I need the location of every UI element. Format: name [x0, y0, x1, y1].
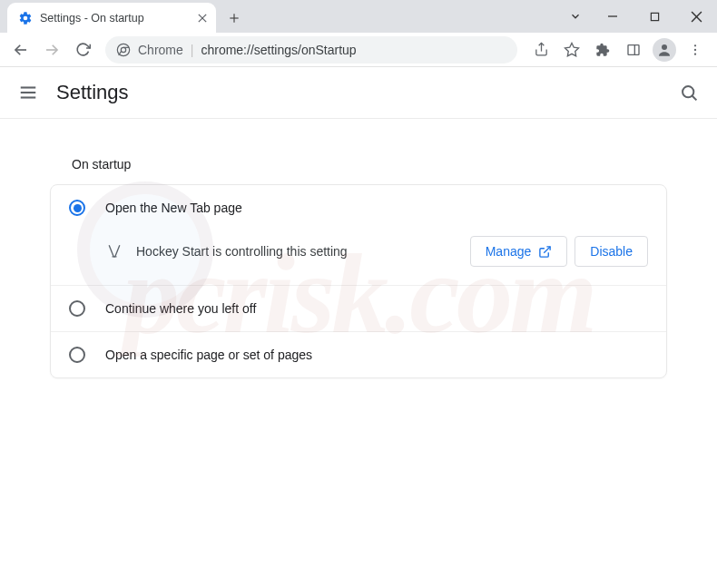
svg-rect-17 [628, 44, 639, 54]
svg-point-11 [121, 47, 125, 52]
option-label: Open the New Tab page [105, 201, 242, 215]
gear-icon [18, 11, 33, 25]
browser-toolbar: Chrome | chrome://settings/onStartup [0, 33, 717, 67]
option-label: Continue where you left off [105, 301, 256, 316]
radio-checked-icon [69, 200, 85, 216]
chrome-logo-icon [116, 43, 131, 57]
disable-label: Disable [590, 244, 633, 259]
svg-marker-16 [565, 43, 579, 55]
bookmark-star-icon[interactable] [557, 36, 586, 64]
url-path: chrome://settings/onStartup [201, 43, 356, 57]
url-divider: | [191, 43, 194, 57]
tab-search-chevron-icon[interactable] [559, 0, 592, 33]
avatar [653, 38, 676, 62]
manage-button[interactable]: Manage [470, 236, 568, 267]
address-bar[interactable]: Chrome | chrome://settings/onStartup [105, 36, 517, 64]
svg-point-21 [694, 48, 696, 50]
disable-button[interactable]: Disable [575, 236, 648, 267]
window-controls [559, 0, 717, 33]
svg-point-22 [694, 53, 696, 54]
share-icon[interactable] [526, 36, 555, 64]
svg-rect-1 [651, 13, 658, 20]
svg-point-19 [662, 44, 667, 50]
radio-unchecked-icon [69, 300, 85, 317]
svg-line-27 [692, 95, 697, 100]
window-minimize-button[interactable] [592, 0, 634, 33]
search-icon[interactable] [680, 83, 699, 103]
kebab-menu-icon[interactable] [681, 36, 710, 64]
window-maximize-button[interactable] [634, 0, 675, 33]
browser-tab[interactable]: Settings - On startup [7, 3, 216, 33]
svg-line-29 [115, 245, 120, 257]
option-continue[interactable]: Continue where you left off [51, 286, 666, 331]
hockey-sticks-icon [105, 242, 123, 260]
svg-point-20 [694, 44, 696, 46]
side-panel-icon[interactable] [619, 36, 648, 64]
open-external-icon [538, 245, 552, 259]
reload-button[interactable] [69, 36, 96, 64]
svg-line-28 [109, 245, 113, 257]
svg-point-26 [683, 86, 693, 97]
page-title: Settings [56, 81, 129, 104]
window-close-button[interactable] [675, 0, 717, 33]
option-new-tab[interactable]: Open the New Tab page [51, 185, 666, 230]
new-tab-button[interactable] [221, 5, 247, 31]
profile-avatar[interactable] [650, 36, 679, 64]
settings-content: On startup Open the New Tab page Hockey … [0, 119, 717, 400]
section-title: On startup [50, 141, 667, 184]
option-label: Open a specific page or set of pages [105, 348, 312, 362]
close-tab-icon[interactable] [198, 14, 207, 23]
forward-button[interactable] [38, 36, 65, 64]
manage-label: Manage [486, 244, 532, 259]
back-button[interactable] [7, 36, 34, 64]
extension-notice: Hockey Start is controlling this setting… [51, 230, 666, 285]
option-specific-pages[interactable]: Open a specific page or set of pages [51, 332, 666, 377]
radio-unchecked-icon [69, 347, 85, 363]
extension-notice-text: Hockey Start is controlling this setting [136, 244, 457, 259]
settings-header: Settings [0, 67, 717, 119]
startup-card: Open the New Tab page Hockey Start is co… [50, 184, 667, 378]
hamburger-menu-icon[interactable] [18, 83, 38, 103]
extensions-icon[interactable] [588, 36, 617, 64]
svg-line-32 [545, 246, 551, 252]
url-scheme-label: Chrome [138, 43, 183, 57]
tab-title: Settings - On startup [40, 12, 144, 24]
